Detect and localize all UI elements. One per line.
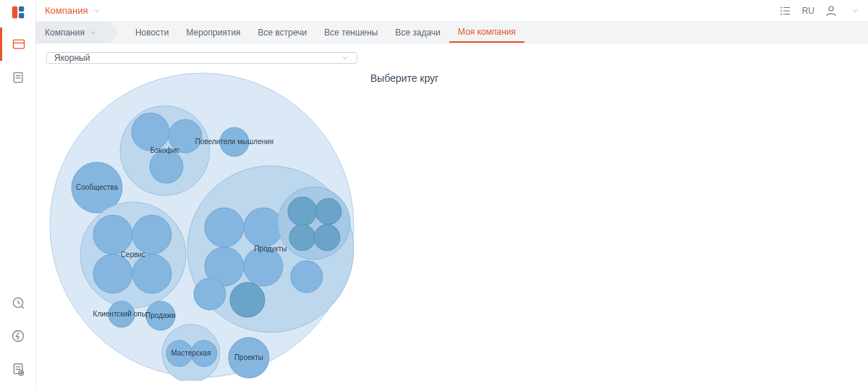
circle-node[interactable]	[150, 150, 183, 183]
circle-node[interactable]	[291, 261, 323, 293]
user-icon[interactable]	[825, 4, 838, 17]
list-icon[interactable]	[779, 4, 792, 17]
chevron-down-icon	[93, 7, 101, 15]
circle-node[interactable]	[194, 278, 226, 310]
svg-point-12	[829, 7, 833, 11]
tab-2[interactable]: Все встречи	[250, 22, 316, 43]
svg-point-10	[780, 10, 782, 12]
circle-node[interactable]	[191, 340, 217, 366]
circle-node[interactable]	[205, 208, 244, 247]
detail-placeholder: Выберите круг	[370, 72, 858, 84]
tab-0[interactable]: Новости	[127, 22, 177, 43]
circle-node[interactable]	[230, 282, 265, 317]
circle-node[interactable]	[278, 187, 350, 259]
breadcrumb-root[interactable]: Компания	[36, 22, 111, 43]
nav-documents[interactable]	[0, 61, 36, 94]
circle-node[interactable]	[244, 247, 283, 286]
circle-node[interactable]	[166, 340, 192, 366]
nav-tabs: НовостиМероприятияВсе встречиВсе теншены…	[127, 22, 524, 43]
select-value: Якорный	[54, 53, 90, 63]
circle-node[interactable]	[289, 225, 315, 251]
circle-node[interactable]	[93, 254, 132, 293]
circle-node[interactable]	[109, 301, 135, 327]
circle-node[interactable]	[80, 202, 186, 308]
topbar-title-dropdown[interactable]: Компания	[45, 5, 101, 16]
svg-rect-3	[14, 40, 25, 49]
svg-rect-4	[14, 72, 22, 82]
svg-point-9	[780, 7, 782, 8]
circle-node[interactable]	[288, 197, 317, 226]
circle-node[interactable]	[132, 254, 171, 293]
circle-node[interactable]	[132, 113, 169, 151]
svg-rect-1	[18, 7, 23, 12]
circle-node[interactable]	[220, 127, 249, 156]
left-rail	[0, 0, 36, 386]
chevron-down-icon	[89, 28, 98, 37]
circle-node[interactable]	[93, 215, 132, 254]
topbar: Компания RU	[36, 0, 868, 22]
tab-1[interactable]: Мероприятия	[177, 22, 249, 43]
tab-5[interactable]: Моя компания	[449, 22, 524, 43]
language-switcher[interactable]: RU	[802, 6, 814, 16]
topbar-title-text: Компания	[45, 5, 88, 16]
circle-node[interactable]	[314, 225, 340, 251]
svg-rect-2	[18, 13, 23, 18]
chevron-down-icon	[341, 54, 349, 62]
nav-history[interactable]	[0, 286, 36, 319]
nav-add-report[interactable]	[0, 353, 36, 386]
circle-node[interactable]	[244, 208, 283, 247]
app-logo[interactable]	[0, 1, 36, 23]
nav-energy[interactable]	[0, 319, 36, 353]
circle-select[interactable]: Якорный	[46, 52, 357, 64]
circle-pack-chart[interactable]: СообществаБэкофисПовелители мышленияСерв…	[46, 70, 357, 381]
nav-dashboard[interactable]	[0, 28, 36, 61]
circle-node[interactable]	[132, 215, 171, 254]
tab-3[interactable]: Все теншены	[315, 22, 386, 43]
navbar: Компания НовостиМероприятияВсе встречиВс…	[36, 22, 868, 43]
circle-node[interactable]	[146, 301, 175, 330]
breadcrumb-label: Компания	[45, 28, 85, 38]
chevron-down-icon[interactable]	[851, 7, 859, 15]
circle-node[interactable]	[229, 337, 269, 378]
tab-4[interactable]: Все задачи	[387, 22, 450, 43]
circle-node[interactable]	[169, 119, 202, 153]
svg-rect-0	[12, 7, 17, 19]
svg-point-11	[780, 13, 782, 14]
circle-node[interactable]	[315, 198, 341, 225]
svg-point-6	[12, 331, 23, 342]
